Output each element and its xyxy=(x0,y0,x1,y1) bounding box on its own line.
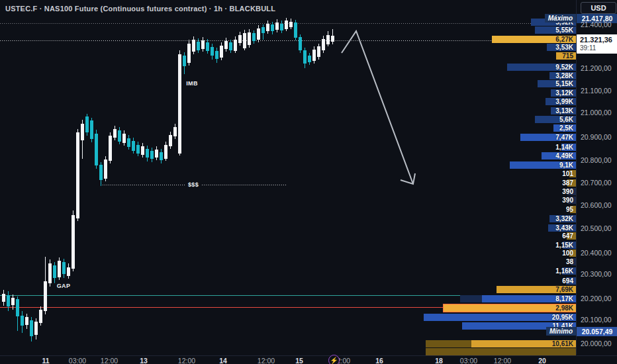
price-label: 21.000,00 xyxy=(581,109,612,116)
price-label: 21.400,00 xyxy=(581,21,612,28)
price-label: 20.800,00 xyxy=(581,156,612,164)
price-label: 20.700,00 xyxy=(581,179,612,187)
time-label: 03:00 xyxy=(69,357,86,364)
current-price-label: 21.321,36 39:11 xyxy=(577,34,617,54)
chart-window: 5,92K5,55K6,27K3,53K7159,52K3,28K5,15K3,… xyxy=(0,0,617,364)
currency-select-button[interactable]: USD xyxy=(581,2,616,14)
time-label: 20 xyxy=(538,357,546,364)
price-label: 21.100,00 xyxy=(581,87,612,95)
time-label: 12:00 xyxy=(101,357,118,364)
price-label: 21.200,00 xyxy=(581,64,612,72)
bar-countdown: 39:11 xyxy=(580,44,617,52)
time-label: 12:00 xyxy=(178,357,195,364)
time-label: 14 xyxy=(219,357,227,364)
minimo-label: Mínimo xyxy=(546,327,576,336)
lightning-event-icon[interactable]: ⚡ xyxy=(328,355,340,364)
price-axis[interactable]: 21.417,80 21.321,36 39:11 20.057,49 21.4… xyxy=(576,0,617,355)
gap-label[interactable]: GAP xyxy=(55,283,72,289)
time-label: 12:00 xyxy=(494,357,511,364)
price-label: 20.000,00 xyxy=(581,340,612,347)
time-axis[interactable]: 1103:0012:001312:001412:001512:00161803:… xyxy=(0,355,617,364)
money-label[interactable]: $$$ xyxy=(186,181,201,188)
time-label: 18 xyxy=(435,357,443,364)
time-label: 12:00 xyxy=(258,357,275,364)
time-label: 15 xyxy=(295,357,303,364)
price-label: 20.900,00 xyxy=(581,133,612,141)
price-label: 20.600,00 xyxy=(581,201,612,209)
imb-label[interactable]: IMB xyxy=(184,80,199,87)
price-label: 20.400,00 xyxy=(581,249,612,257)
time-label: 03:00 xyxy=(460,357,477,364)
time-label: 16 xyxy=(375,357,383,364)
time-label: 13 xyxy=(140,357,148,364)
time-label: 11 xyxy=(42,357,49,364)
price-label: 20.200,00 xyxy=(581,295,612,302)
annotations-layer: IMB$$$GAP xyxy=(0,0,576,355)
current-price-value: 21.321,36 xyxy=(580,35,617,44)
symbol-title[interactable]: USTEC.F · NAS100 Future (Continuous futu… xyxy=(5,5,275,13)
chart-canvas[interactable]: 5,92K5,55K6,27K3,53K7159,52K3,28K5,15K3,… xyxy=(0,0,576,355)
price-label: 20.300,00 xyxy=(581,270,612,278)
maximo-label: Máximo xyxy=(545,14,576,23)
price-label: 20.500,00 xyxy=(581,224,612,232)
minimo-price-badge: 20.057,49 xyxy=(577,327,617,336)
price-label: 20.100,00 xyxy=(581,316,612,324)
